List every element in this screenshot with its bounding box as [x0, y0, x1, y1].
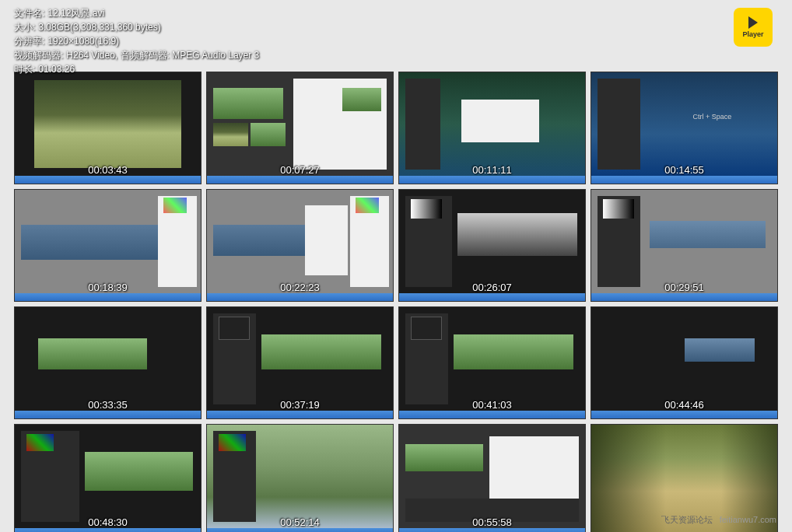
file-info-panel: 文件名: 12.12风景.avi 大小: 3.08GB(3,308,331,36…	[14, 6, 259, 76]
timestamp: 00:37:19	[280, 399, 320, 411]
thumbnail[interactable]: 00:44:46	[590, 306, 778, 419]
keyboard-hint: Ctrl + Space	[692, 113, 731, 121]
timestamp: 00:07:27	[280, 164, 320, 176]
thumbnail[interactable]: 00:07:27	[206, 72, 394, 184]
timestamp: 00:18:39	[88, 282, 128, 293]
size-value: 3.08GB(3,308,331,360 bytes)	[38, 20, 160, 34]
thumbnail[interactable]: 00:55:58	[398, 424, 586, 532]
timestamp: 00:55:58	[472, 516, 512, 528]
duration-value: 01:03:26	[38, 62, 75, 76]
resolution-label: 分辨率:	[14, 34, 44, 48]
thumbnail[interactable]: Ctrl + Space 00:14:55	[590, 72, 778, 184]
thumbnail[interactable]: 00:26:07	[398, 189, 586, 302]
size-label: 大小:	[14, 20, 35, 34]
timestamp: 00:33:35	[88, 399, 128, 411]
timestamp: 00:22:23	[280, 282, 320, 293]
timestamp: 00:03:43	[88, 164, 128, 176]
duration-label: 时长:	[14, 62, 35, 76]
timestamp: 00:26:07	[472, 282, 512, 293]
thumbnail[interactable]: 00:03:43	[14, 72, 202, 184]
player-label: Player	[742, 30, 763, 38]
play-icon	[748, 16, 758, 29]
timestamp: 00:52:14	[280, 516, 320, 528]
thumbnail[interactable]: 00:41:03	[398, 306, 586, 419]
timestamp: 00:44:46	[664, 399, 704, 411]
codec-value: H264 Video, 音频解码器: MPEG Audio Layer 3	[66, 48, 259, 62]
timestamp: 00:41:03	[472, 399, 512, 411]
thumbnail[interactable]: 00:33:35	[14, 306, 202, 419]
thumbnail-grid: 00:03:43 00:07:27 00:11:11 Ctrl + Space	[14, 72, 778, 532]
thumbnail[interactable]: 00:18:39	[14, 189, 202, 302]
thumbnail[interactable]: 00:52:14	[206, 424, 394, 532]
watermark-title: 飞天资源论坛	[661, 515, 713, 524]
resolution-value: 1920×1080(16:9)	[47, 34, 119, 48]
watermark-url: feitianwu7.com	[720, 515, 776, 524]
filename-label: 文件名:	[14, 6, 44, 20]
thumbnail[interactable]: 00:29:51	[590, 189, 778, 302]
timestamp: 00:48:30	[88, 516, 128, 528]
thumbnail[interactable]: 00:11:11	[398, 72, 586, 184]
filename-value: 12.12风景.avi	[47, 6, 104, 20]
timestamp: 00:14:55	[664, 164, 704, 176]
thumbnail[interactable]: 00:48:30	[14, 424, 202, 532]
timestamp: 00:29:51	[664, 282, 704, 293]
watermark: 飞天资源论坛 feitianwu7.com	[661, 514, 776, 526]
timestamp: 00:11:11	[472, 164, 512, 176]
thumbnail[interactable]: 00:37:19	[206, 306, 394, 419]
player-badge[interactable]: Player	[734, 8, 773, 47]
codec-label: 视频解码器:	[14, 48, 63, 62]
thumbnail[interactable]: 00:22:23	[206, 189, 394, 302]
